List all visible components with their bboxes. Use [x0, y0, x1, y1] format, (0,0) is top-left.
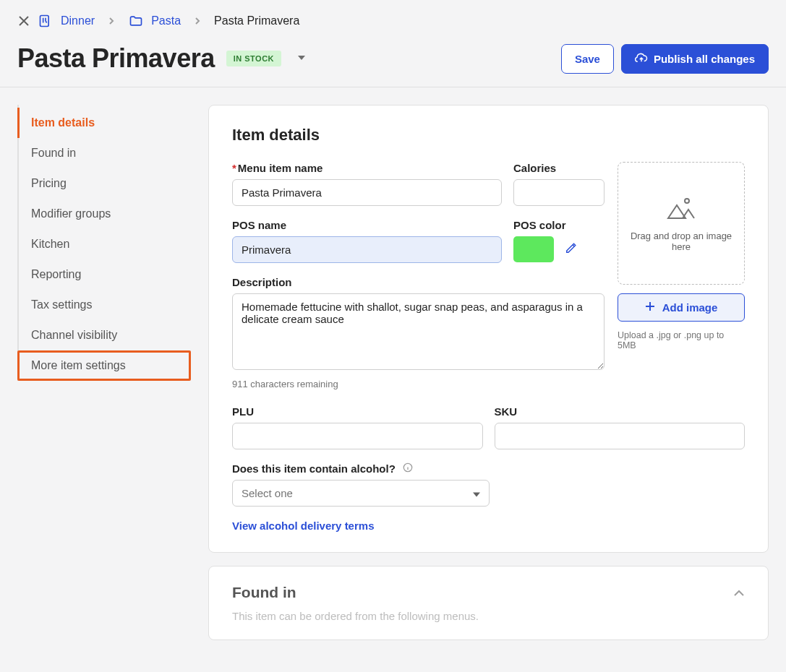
- stock-badge: IN STOCK: [226, 51, 281, 66]
- sidebar-item-kitchen[interactable]: Kitchen: [17, 229, 191, 259]
- sidebar-item-pricing[interactable]: Pricing: [17, 168, 191, 199]
- image-helper: Upload a .jpg or .png up to 5MB: [618, 330, 745, 350]
- folder-icon: [128, 13, 144, 29]
- sidebar-item-more[interactable]: More item settings: [17, 350, 191, 381]
- info-icon[interactable]: [403, 463, 413, 475]
- alcohol-select[interactable]: [232, 480, 490, 507]
- sidebar-item-channel[interactable]: Channel visibility: [17, 320, 191, 350]
- item-details-card: Item details *Menu item name Calories: [208, 105, 769, 553]
- posname-label: POS name: [232, 219, 502, 231]
- poscolor-label: POS color: [513, 219, 605, 231]
- svg-rect-0: [40, 16, 49, 27]
- item-details-heading: Item details: [232, 126, 745, 145]
- name-input[interactable]: [232, 179, 502, 206]
- breadcrumb-level2[interactable]: Pasta: [151, 14, 181, 27]
- chevron-right-icon: [188, 15, 207, 27]
- sidebar-item-details[interactable]: Item details: [17, 108, 191, 138]
- found-title: Found in: [232, 584, 296, 601]
- sku-input[interactable]: [495, 423, 746, 449]
- found-in-card: Found in This item can be ordered from t…: [208, 566, 769, 640]
- breadcrumb: Dinner Pasta Pasta Primavera: [0, 0, 786, 39]
- image-dropzone[interactable]: Drag and drop an image here: [618, 162, 745, 285]
- svg-point-1: [685, 199, 689, 203]
- page-header: Pasta Primavera IN STOCK Save Publish al…: [0, 39, 786, 87]
- alcohol-label: Does this item contain alcohol?: [232, 462, 745, 475]
- sidebar-item-tax[interactable]: Tax settings: [17, 290, 191, 320]
- chevron-up-icon[interactable]: [733, 587, 745, 599]
- name-label: *Menu item name: [232, 162, 502, 174]
- menu-book-icon: [38, 13, 54, 29]
- eyedropper-icon[interactable]: [564, 242, 577, 257]
- plu-label: PLU: [232, 405, 483, 418]
- save-button[interactable]: Save: [561, 44, 614, 74]
- description-label: Description: [232, 276, 605, 288]
- calories-input[interactable]: [513, 179, 605, 206]
- description-input[interactable]: Homemade fettucine with shallot, sugar s…: [232, 293, 605, 370]
- sidebar-item-foundin[interactable]: Found in: [17, 138, 191, 168]
- calories-label: Calories: [513, 162, 605, 174]
- plu-input[interactable]: [232, 423, 483, 449]
- found-subtitle: This item can be ordered from the follow…: [232, 610, 745, 622]
- publish-button[interactable]: Publish all changes: [621, 44, 769, 74]
- stock-dropdown-caret[interactable]: [297, 53, 306, 64]
- publish-button-label: Publish all changes: [654, 53, 755, 65]
- plus-icon: [645, 301, 655, 314]
- add-image-label: Add image: [662, 301, 718, 314]
- pos-color-swatch[interactable]: [513, 236, 554, 262]
- sidebar-item-reporting[interactable]: Reporting: [17, 259, 191, 290]
- dropzone-text: Drag and drop an image here: [627, 231, 735, 252]
- breadcrumb-current: Pasta Primavera: [214, 14, 299, 27]
- breadcrumb-level1[interactable]: Dinner: [61, 14, 95, 27]
- add-image-button[interactable]: Add image: [618, 293, 745, 322]
- cloud-upload-icon: [635, 51, 648, 66]
- posname-input[interactable]: [232, 236, 502, 263]
- close-icon[interactable]: [17, 14, 30, 27]
- alcohol-terms-link[interactable]: View alcohol delivery terms: [232, 520, 374, 532]
- description-helper: 911 characters remaining: [232, 379, 605, 389]
- sidebar: Item details Found in Pricing Modifier g…: [17, 105, 191, 381]
- chevron-right-icon: [102, 15, 121, 27]
- sidebar-item-modifier[interactable]: Modifier groups: [17, 199, 191, 229]
- page-title: Pasta Primavera: [17, 43, 215, 74]
- sku-label: SKU: [495, 405, 746, 418]
- image-placeholder-icon: [665, 195, 697, 223]
